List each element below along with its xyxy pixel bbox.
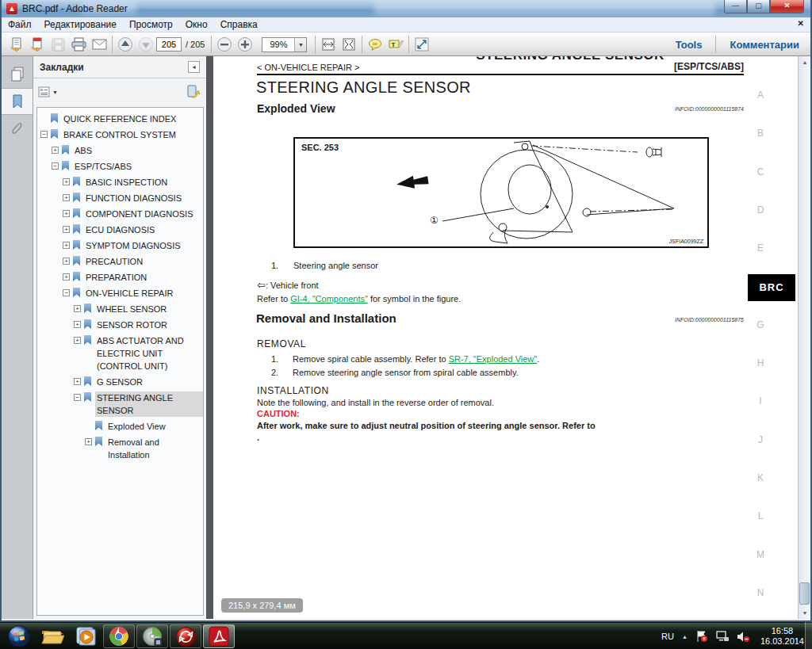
bookmark-item[interactable]: +ECU DIAGNOSIS (37, 223, 203, 236)
tools-button[interactable]: Tools (665, 39, 714, 51)
bookmark-label[interactable]: STEERING ANGLE SENSOR (95, 391, 203, 417)
maximize-button[interactable]: ▢ (747, 0, 770, 13)
show-desktop-button[interactable] (805, 622, 812, 649)
bookmark-label[interactable]: ABS ACTUATOR AND ELECTRIC UNIT (CONTROL … (95, 334, 203, 372)
page-thumbnails-icon[interactable] (2, 61, 33, 88)
pdf-page[interactable]: STEERING ANGLE SENSOR < ON-VEHICLE REPAI… (213, 56, 798, 619)
print-icon[interactable] (68, 35, 89, 54)
expand-plus-icon[interactable]: + (63, 194, 70, 201)
scroll-down-icon[interactable]: ▼ (799, 607, 811, 619)
collapse-minus-icon[interactable]: − (63, 289, 70, 296)
exploded-view-link[interactable]: SR-7, "Exploded View" (449, 354, 538, 364)
language-indicator[interactable]: RU (661, 632, 674, 641)
bookmark-label[interactable]: BRAKE CONTROL SYSTEM (62, 128, 203, 141)
adobe-reader-icon[interactable] (203, 624, 235, 648)
menu-item-3[interactable]: Окно (179, 17, 214, 32)
bookmark-label[interactable]: QUICK REFERENCE INDEX (62, 113, 203, 125)
fit-page-icon[interactable] (339, 35, 359, 54)
media-cd-icon[interactable] (136, 624, 168, 648)
title-bar[interactable]: ▲ BRC.pdf - Adobe Reader — ▢ ✕ (2, 0, 810, 17)
expand-plus-icon[interactable]: + (63, 210, 70, 217)
zoom-out-icon[interactable] (214, 35, 235, 54)
expand-plus-icon[interactable]: + (63, 273, 70, 281)
bookmark-item[interactable]: +COMPONENT DIAGNOSIS (37, 208, 203, 220)
chrome-icon[interactable] (103, 624, 135, 648)
scroll-up-icon[interactable]: ▲ (799, 56, 811, 68)
expand-plus-icon[interactable]: + (74, 305, 81, 312)
media-player-icon[interactable] (70, 624, 102, 648)
show-hidden-icons-chevron[interactable]: ▲ (682, 634, 688, 639)
bookmark-item[interactable]: +SYMPTOM DIAGNOSIS (37, 239, 203, 252)
bookmark-label[interactable]: PREPARATION (84, 271, 203, 284)
clock[interactable]: 16:58 16.03.2014 (760, 626, 804, 647)
zoom-in-icon[interactable] (235, 35, 255, 54)
bookmark-label[interactable]: Removal and Installation (106, 436, 203, 461)
bookmark-label[interactable]: SENSOR ROTOR (95, 319, 203, 331)
bookmark-label[interactable]: PRECAUTION (84, 255, 203, 268)
bookmark-item[interactable]: −BRAKE CONTROL SYSTEM (37, 128, 203, 141)
red-app-icon[interactable] (170, 624, 201, 648)
email-icon[interactable] (89, 35, 109, 54)
bookmark-item[interactable]: −STEERING ANGLE SENSOR (37, 391, 203, 417)
expand-plus-icon[interactable]: + (52, 147, 59, 154)
page-number-input[interactable] (156, 37, 182, 52)
expand-plus-icon[interactable]: + (63, 258, 70, 265)
action-center-flag-icon[interactable] (695, 630, 708, 643)
menu-item-2[interactable]: Просмотр (123, 17, 179, 32)
vertical-scrollbar[interactable]: ▲ ▼ (798, 56, 810, 619)
bookmark-item[interactable]: +G SENSOR (37, 376, 203, 388)
chevron-down-icon[interactable]: ▼ (294, 38, 306, 52)
bookmark-label[interactable]: SYMPTOM DIAGNOSIS (84, 239, 203, 252)
collapse-minus-icon[interactable]: − (52, 162, 59, 170)
bookmark-label[interactable]: Exploded View (106, 420, 203, 433)
prev-page-icon[interactable] (115, 35, 136, 54)
minimize-button[interactable]: — (724, 0, 747, 13)
bookmark-item[interactable]: +PRECAUTION (37, 255, 203, 268)
collapse-minus-icon[interactable]: − (40, 131, 48, 138)
bookmark-label[interactable]: BASIC INSPECTION (84, 176, 203, 189)
bookmark-options-button[interactable]: ▼ (38, 86, 58, 98)
menu-item-4[interactable]: Справка (214, 17, 264, 32)
expand-current-bookmark-button[interactable] (186, 85, 200, 99)
bookmark-item[interactable]: +WHEEL SENSOR (37, 303, 203, 315)
bookmark-label[interactable]: ESP/TCS/ABS (73, 160, 203, 173)
bookmark-item[interactable]: +Removal and Installation (37, 436, 203, 461)
expand-plus-icon[interactable]: + (74, 321, 81, 328)
panel-collapse-button[interactable]: ◂ (188, 61, 200, 73)
scrollbar-thumb[interactable] (799, 582, 810, 605)
fit-width-icon[interactable] (318, 35, 339, 54)
network-icon[interactable] (715, 631, 730, 643)
save-icon[interactable] (48, 35, 68, 54)
menubar-close-icon[interactable]: ✕ (798, 19, 804, 28)
fullscreen-icon[interactable] (412, 35, 432, 54)
open-icon[interactable] (6, 35, 27, 54)
bookmark-item[interactable]: +PREPARATION (37, 271, 203, 284)
bookmark-item[interactable]: QUICK REFERENCE INDEX (37, 113, 203, 125)
bookmark-item[interactable]: +FUNCTION DIAGNOSIS (37, 192, 203, 204)
bookmark-label[interactable]: ABS (73, 144, 203, 157)
speaker-muted-icon[interactable] (737, 631, 750, 643)
zoom-level-select[interactable]: 99% ▼ (262, 37, 307, 52)
sticky-note-icon[interactable]: oo (365, 35, 385, 54)
bookmark-label[interactable]: ECU DIAGNOSIS (84, 223, 203, 236)
expand-plus-icon[interactable]: + (74, 337, 81, 344)
bookmark-label[interactable]: G SENSOR (95, 376, 203, 388)
bookmark-label[interactable]: WHEEL SENSOR (95, 303, 203, 315)
bookmark-label[interactable]: COMPONENT DIAGNOSIS (84, 208, 203, 220)
bookmarks-icon[interactable] (2, 88, 33, 115)
bookmark-label[interactable]: ON-VEHICLE REPAIR (84, 287, 203, 300)
expand-plus-icon[interactable]: + (85, 438, 92, 445)
bookmark-item[interactable]: Exploded View (37, 420, 203, 433)
menu-item-0[interactable]: Файл (2, 17, 38, 32)
expand-plus-icon[interactable]: + (63, 226, 70, 233)
close-button[interactable]: ✕ (770, 0, 804, 13)
attachments-icon[interactable] (2, 115, 33, 142)
expand-plus-icon[interactable]: + (74, 378, 81, 385)
create-pdf-icon[interactable] (27, 35, 48, 54)
components-link[interactable]: GI-4, "Components" (290, 294, 368, 304)
menu-item-1[interactable]: Редактирование (38, 17, 123, 32)
expand-plus-icon[interactable]: + (63, 242, 70, 249)
comments-button[interactable]: Комментарии (718, 39, 810, 51)
bookmark-item[interactable]: +SENSOR ROTOR (37, 319, 203, 331)
expand-plus-icon[interactable]: + (63, 178, 70, 185)
